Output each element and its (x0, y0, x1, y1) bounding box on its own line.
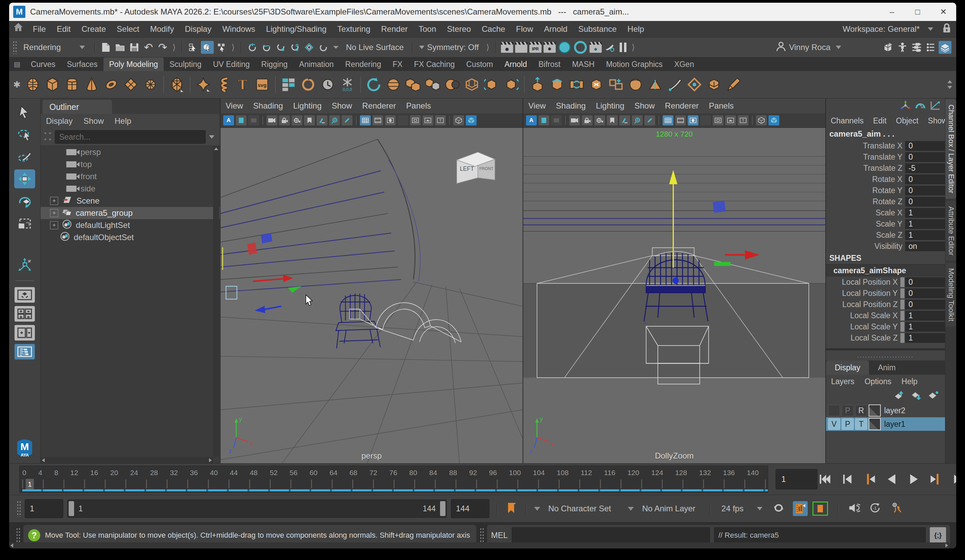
multi-cut-icon[interactable] (666, 76, 684, 93)
current-frame-marker[interactable]: 1 (26, 479, 34, 490)
cb-menu-edit[interactable]: Edit (868, 116, 891, 126)
menu-help[interactable]: Help (622, 21, 649, 37)
menu-toon[interactable]: Toon (413, 21, 442, 37)
step-forward-key-button[interactable] (929, 472, 943, 486)
step-forward-frame-button[interactable] (952, 472, 956, 486)
select-hierarchy-icon[interactable] (187, 41, 200, 54)
combine-icon[interactable] (404, 76, 422, 93)
anim-layer-label[interactable]: No Anim Layer (642, 504, 695, 513)
grease-pencil-icon[interactable] (248, 115, 259, 126)
construction-aids-icon[interactable] (299, 76, 317, 93)
mute-audio-icon[interactable] (849, 503, 860, 514)
vp-menu-show[interactable]: Show (630, 101, 660, 111)
fill-hole-icon[interactable] (587, 76, 605, 93)
fps-dropdown-icon[interactable] (757, 507, 762, 510)
user-dropdown-icon[interactable] (836, 46, 841, 49)
image-plane-icon[interactable] (619, 115, 630, 126)
ipr-render-icon[interactable]: IPR (529, 42, 541, 53)
fps-label[interactable]: 24 fps (721, 504, 743, 513)
channel-box-toggle-icon[interactable] (939, 41, 952, 54)
resolution-gate-icon[interactable] (688, 115, 698, 126)
menu-modify[interactable]: Modify (145, 21, 180, 37)
snap-to-view-plane-icon[interactable] (303, 41, 316, 54)
bookmark-icon[interactable] (607, 115, 618, 126)
channel-value-field[interactable]: 0 (905, 141, 945, 151)
shelf-tab-sculpting[interactable]: Sculpting (164, 57, 207, 71)
boolean-icon[interactable] (443, 76, 461, 93)
xray-icon[interactable] (756, 115, 767, 126)
outliner-item-front[interactable]: front (41, 170, 220, 183)
xray-icon[interactable] (453, 115, 464, 126)
tab-modeling-toolkit[interactable]: Modeling Toolkit (945, 263, 956, 327)
channel-slider-nub[interactable] (900, 333, 904, 343)
viewport-persp-canvas[interactable]: LEFT FRONT y x z persp (221, 128, 523, 463)
expand-icon[interactable]: + (50, 209, 58, 217)
layer-visibility-cell[interactable]: V (828, 418, 840, 430)
pencil-tool-icon[interactable] (342, 115, 352, 126)
vp-menu-view[interactable]: View (523, 101, 551, 111)
shelf-tab-list-icon[interactable]: ▤ (9, 60, 25, 68)
poly-cube-icon[interactable] (44, 76, 61, 93)
workspace-selector[interactable]: Workspace: General* (837, 21, 925, 37)
layer-displaytype-cell[interactable]: R (855, 405, 867, 416)
shelf-tab-motion-graphics[interactable]: Motion Graphics (600, 57, 668, 71)
shelf-tab-rigging[interactable]: Rigging (255, 57, 293, 71)
layout-four-pane-icon[interactable] (15, 306, 35, 322)
shelf-tab-poly-modeling[interactable]: Poly Modeling (103, 57, 164, 71)
grease-pencil-icon[interactable] (551, 115, 562, 126)
mirror-icon[interactable] (365, 76, 383, 93)
cached-playback-toggle-icon[interactable] (793, 501, 808, 516)
cb-menu-show[interactable]: Show (923, 116, 945, 126)
select-component-mode-icon[interactable] (215, 41, 228, 54)
target-weld-icon[interactable] (685, 76, 703, 93)
vp-menu-panels[interactable]: Panels (401, 101, 436, 111)
gate-mask-icon[interactable] (397, 115, 408, 126)
outliner-horizontal-scrollbar[interactable] (41, 457, 213, 463)
svg-tool-icon[interactable]: svg (254, 76, 271, 93)
outliner-menu-display[interactable]: Display (41, 116, 78, 126)
two-d-pan-zoom-icon[interactable] (329, 115, 340, 126)
shelf-tab-animation[interactable]: Animation (293, 57, 339, 71)
layer-row-layer2[interactable]: P R layer2 (826, 404, 945, 417)
le-menu-options[interactable]: Options (859, 377, 896, 386)
field-chart-icon[interactable] (410, 115, 421, 126)
poly-cylinder-icon[interactable] (63, 76, 81, 93)
channel-slider-nub[interactable] (900, 289, 904, 298)
menu-cache[interactable]: Cache (476, 21, 510, 37)
bevel-icon[interactable] (548, 76, 566, 93)
le-menu-layers[interactable]: Layers (826, 377, 859, 386)
maximize-button[interactable]: □ (905, 3, 931, 21)
paint-selection-tool-icon[interactable] (14, 147, 35, 166)
vp-menu-renderer[interactable]: Renderer (660, 101, 704, 111)
append-polygon-icon[interactable] (607, 76, 625, 93)
channel-value-field[interactable]: 0 (905, 289, 945, 298)
channel-value-field[interactable]: 0 (905, 152, 945, 162)
vp-menu-panels[interactable]: Panels (704, 101, 739, 111)
poly-torus-icon[interactable] (103, 76, 120, 93)
statusline-grip[interactable] (13, 41, 16, 54)
save-scene-icon[interactable] (128, 41, 141, 54)
mel-input[interactable] (512, 527, 710, 544)
range-grip[interactable] (16, 501, 21, 517)
menu-flow[interactable]: Flow (511, 21, 539, 37)
section-collapse-arrow[interactable]: ⟩ (632, 42, 635, 52)
time-tool-icon[interactable] (319, 76, 337, 93)
open-scene-icon[interactable] (114, 41, 126, 54)
poly-sphere-icon[interactable] (24, 76, 42, 93)
help-icon[interactable]: ? (28, 529, 40, 541)
outliner-search-input[interactable] (55, 130, 206, 144)
image-plane-icon[interactable] (317, 115, 327, 126)
expand-icon[interactable]: + (50, 221, 58, 229)
platonic-solid-icon[interactable] (168, 76, 186, 93)
symmetry-label[interactable]: Symmetry: Off (427, 42, 479, 52)
home-icon[interactable] (9, 21, 28, 37)
grid-toggle-icon[interactable] (360, 115, 371, 126)
go-to-start-button[interactable] (818, 472, 832, 486)
snap-to-origin-icon[interactable]: 0,0,0 (339, 76, 356, 93)
undo-icon[interactable]: ↶ (142, 41, 155, 54)
menu-lighting-shading[interactable]: Lighting/Shading (261, 21, 332, 37)
shape-name[interactable]: camera5_aimShape (826, 264, 945, 277)
helpline-grip[interactable] (16, 527, 20, 543)
channel-value-field[interactable]: 0 (905, 277, 945, 287)
outliner-item-side[interactable]: side (41, 183, 220, 195)
